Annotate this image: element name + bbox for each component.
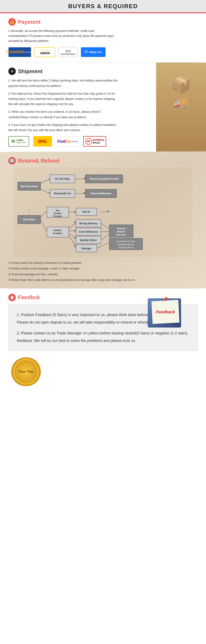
svg-text:Discount: Discount [116, 234, 126, 236]
shipment-title-row: ✈ Shipment [8, 68, 146, 75]
fedex-logo: FedEx Express [56, 136, 79, 146]
western-union-logo: WESTERN UNION [35, 47, 55, 57]
return-note-1: ① Please check the tracking in formation… [8, 260, 198, 265]
svg-text:Damage: Damage [82, 247, 91, 250]
svg-text:On the Way: On the Way [55, 177, 70, 180]
return-note-2: ② Please contact us by meesage, e-mail, … [8, 266, 198, 271]
svg-text:Not Received: Not Received [21, 185, 38, 188]
shipment-content: ✈ Shipment 1. We will sent the items wit… [8, 68, 198, 133]
return-heading: Return& Refund [18, 158, 59, 164]
chinapost-logo: ✉ 中国邮政 CHINA POST [8, 136, 29, 146]
svg-text:Please be patient to wait: Please be patient to wait [90, 178, 118, 180]
feedback-card: 👤 Feedback 📌 [148, 298, 181, 328]
payment-section: 💰 Payment 1.Generally, we accept the fol… [0, 13, 206, 62]
gold-badge-text: Your Text [18, 370, 34, 374]
return-notes: ① Please check the tracking in formation… [8, 260, 198, 282]
sf-logo: SF EXPRESS 顺丰速运 [83, 136, 106, 146]
shipment-section: 📦 🚚 ✈ Shipment 1. We will sent the items… [0, 62, 206, 152]
svg-text:Problem: Problem [53, 215, 62, 218]
shipment-item-4: 4. If you have not got it within the shi… [8, 122, 121, 133]
svg-text:Quality: Quality [54, 229, 62, 232]
shipping-logos-row: ✉ 中国邮政 CHINA POST DHL FedEx Express SF E… [8, 136, 198, 146]
page-title: BUYERS & REQUIRED [0, 3, 206, 10]
payment-heading: Payment [18, 19, 40, 25]
payment-title-row: 💰 Payment [8, 18, 198, 26]
feedback-body: 👤 Feedback 📌 1. Positive Feedback (5 Sta… [8, 304, 198, 351]
dhl-logo: DHL [33, 136, 52, 146]
payment-logos-row: BANK TRANSFER INTERNATIONAL WESTERN UNIO… [8, 47, 198, 57]
feedback-paper-label: Feedback [156, 310, 175, 314]
shipment-item-3: 3. When you receive the items you ordere… [8, 109, 121, 120]
bank-transfer-logo: BANK TRANSFER INTERNATIONAL [8, 47, 31, 57]
svg-text:requirements you: requirements you [118, 243, 134, 246]
svg-text:Refund: Refund [117, 230, 125, 233]
page-header: BUYERS & REQUIRED [0, 0, 206, 13]
feedback-heading: Feedbck [18, 294, 40, 301]
flowchart-svg: Not Received On the Way Please be patien… [13, 168, 193, 257]
feedback-item-2: 2. Please contact us by Trade Manager or… [17, 330, 189, 344]
return-section: 🔄 Return& Refund Not Received On the Way [0, 152, 206, 288]
moneybookers-logo: ◎◎ moneybookers [59, 47, 77, 57]
return-icon: 🔄 [8, 157, 16, 164]
return-note-4: ④ Please Note: Men made defects are not … [8, 278, 198, 282]
pushpin-icon: 📌 [162, 297, 168, 302]
svg-text:Not: Not [56, 209, 60, 212]
alipay-label: Alipay.com [89, 51, 102, 54]
svg-text:Not fit: Not fit [83, 210, 90, 213]
shipment-item-2: 2.The shipment by China Post Registered … [8, 91, 121, 107]
shipment-icon: ✈ [8, 68, 16, 75]
alipay-logo: 🛡 Alipay.com [81, 47, 106, 57]
feedback-section: 📋 Feedbck 👤 Feedback 📌 1. Positive Feedb… [0, 289, 206, 389]
return-title-row: 🔄 Return& Refund [8, 157, 198, 164]
return-note-3: ③ Check the package and Item, carefully. [8, 272, 198, 277]
return-content: 🔄 Return& Refund Not Received On the Way [8, 157, 198, 282]
svg-text:Wrong Delivery: Wrong Delivery [79, 222, 98, 225]
feedback-icon: 📋 [8, 294, 16, 301]
shipment-heading: Shipment [18, 68, 42, 75]
svg-text:could also tell us: could also tell us [118, 246, 134, 249]
svg-text:If you have any else: If you have any else [117, 240, 135, 242]
gold-badge-wrapper: Your Text [8, 355, 198, 384]
shipment-item-1: 1. We will sent the items within 2-5days… [8, 78, 121, 88]
payment-description: 1.Generally, we accept the following pay… [8, 28, 116, 43]
svg-text:Quality: Quality [54, 212, 62, 214]
svg-text:Received/Lost: Received/Lost [54, 192, 71, 195]
feedback-card-wrapper: 👤 Feedback 📌 [148, 298, 181, 328]
svg-text:Resend: Resend [117, 227, 125, 230]
payment-icon: 💰 [8, 18, 16, 26]
gold-badge: Your Text [12, 359, 40, 384]
svg-text:Quality Defect: Quality Defect [80, 239, 97, 242]
svg-text:Problem: Problem [53, 232, 62, 234]
svg-text:Received/Refund: Received/Refund [91, 192, 111, 195]
svg-text:Received: Received [23, 218, 35, 221]
feedback-paper: Feedback [151, 300, 180, 324]
svg-text:Color Difference: Color Difference [79, 230, 98, 233]
